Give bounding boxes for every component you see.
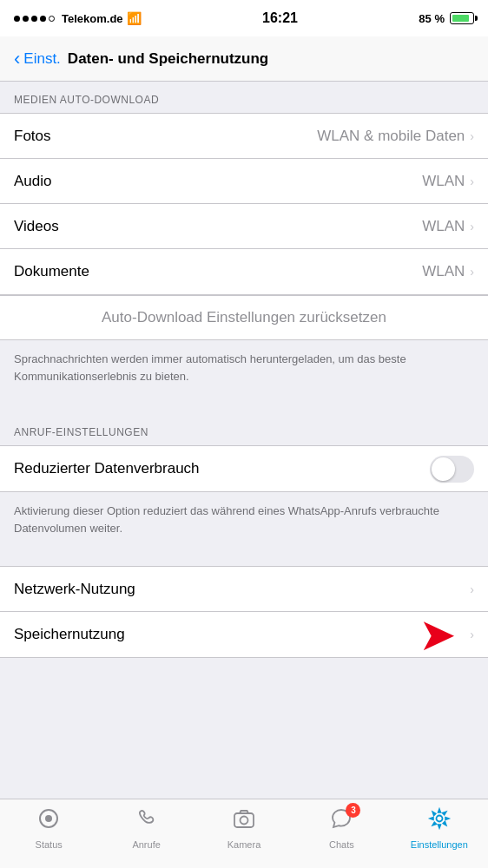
dokumente-row[interactable]: Dokumente WLAN › xyxy=(0,249,488,294)
carrier-label: Telekom.de xyxy=(62,12,123,25)
audio-row[interactable]: Audio WLAN › xyxy=(0,159,488,204)
toggle-knob xyxy=(432,457,455,481)
tab-status-label: Status xyxy=(36,839,63,850)
call-settings-group: Reduzierter Datenverbrauch xyxy=(0,445,488,492)
media-download-group: Fotos WLAN & mobile Daten › Audio WLAN ›… xyxy=(0,113,488,295)
tab-status[interactable]: Status xyxy=(0,806,97,850)
speicher-chevron-icon: › xyxy=(470,628,474,641)
tab-anrufe-label: Anrufe xyxy=(132,839,160,850)
status-icon xyxy=(36,806,61,837)
videos-value: WLAN xyxy=(422,218,465,235)
speicher-row[interactable]: Speichernutzung › ➤ xyxy=(0,612,488,657)
back-label: Einst. xyxy=(23,50,61,68)
nav-bar: ‹ Einst. Daten- und Speichernutzung xyxy=(0,36,488,82)
tab-einstellungen-label: Einstellungen xyxy=(411,839,468,850)
videos-right: WLAN › xyxy=(422,218,474,235)
tab-anrufe[interactable]: Anrufe xyxy=(97,806,195,850)
svg-point-3 xyxy=(241,817,248,825)
status-bar: Telekom.de 📶 16:21 85 % xyxy=(0,0,488,36)
spacer-2 xyxy=(0,549,488,566)
speicher-label: Speichernutzung xyxy=(14,626,125,643)
netzwerk-chevron-icon: › xyxy=(470,582,474,596)
videos-chevron-icon: › xyxy=(470,220,474,233)
fotos-right: WLAN & mobile Daten › xyxy=(317,128,474,145)
battery-icon xyxy=(450,12,474,24)
netzwerk-row[interactable]: Netzwerk-Nutzung › xyxy=(0,567,488,612)
media-section-header: MEDIEN AUTO-DOWNLOAD xyxy=(0,82,488,113)
back-chevron-icon: ‹ xyxy=(14,49,20,69)
fotos-value: WLAN & mobile Daten xyxy=(317,128,465,145)
time-label: 16:21 xyxy=(262,10,298,26)
tab-kamera-label: Kamera xyxy=(228,839,261,850)
speicher-right: › xyxy=(470,628,474,641)
videos-row[interactable]: Videos WLAN › xyxy=(0,204,488,249)
storage-group: Netzwerk-Nutzung › Speichernutzung › ➤ xyxy=(0,566,488,658)
audio-label: Audio xyxy=(14,173,51,190)
audio-value: WLAN xyxy=(422,173,465,190)
dokumente-chevron-icon: › xyxy=(470,265,474,279)
chat-icon: 3 xyxy=(329,806,353,837)
audio-chevron-icon: › xyxy=(470,174,474,188)
main-content: MEDIEN AUTO-DOWNLOAD Fotos WLAN & mobile… xyxy=(0,82,488,745)
call-section-header: ANRUF-EINSTELLUNGEN xyxy=(0,414,488,445)
battery-percent: 85 % xyxy=(419,12,445,25)
camera-icon xyxy=(232,806,256,837)
spacer-3 xyxy=(0,658,488,675)
wifi-icon: 📶 xyxy=(127,11,142,25)
reset-row[interactable]: Auto-Download Einstellungen zurücksetzen xyxy=(0,295,488,340)
dokumente-right: WLAN › xyxy=(422,263,474,280)
spacer-1 xyxy=(0,397,488,414)
media-info-text: Sprachnachrichten werden immer automatis… xyxy=(0,340,488,397)
tab-chats[interactable]: 3 Chats xyxy=(293,806,390,850)
red-arrow-icon: ➤ xyxy=(419,608,457,661)
netzwerk-label: Netzwerk-Nutzung xyxy=(14,581,135,598)
back-button[interactable]: ‹ Einst. xyxy=(14,49,61,69)
videos-label: Videos xyxy=(14,218,59,235)
tab-chats-label: Chats xyxy=(329,839,354,850)
reduced-data-toggle[interactable] xyxy=(430,456,474,483)
fotos-chevron-icon: › xyxy=(470,129,474,143)
tab-bar: Status Anrufe Kamera 3 Chats xyxy=(0,799,488,868)
tab-einstellungen[interactable]: Einstellungen xyxy=(391,806,488,850)
audio-right: WLAN › xyxy=(422,173,474,190)
phone-icon xyxy=(135,806,159,837)
netzwerk-right: › xyxy=(470,582,474,596)
settings-icon xyxy=(427,806,452,837)
svg-rect-2 xyxy=(234,813,254,827)
svg-point-1 xyxy=(45,815,52,822)
fotos-row[interactable]: Fotos WLAN & mobile Daten › xyxy=(0,114,488,159)
dokumente-label: Dokumente xyxy=(14,263,89,280)
tab-kamera[interactable]: Kamera xyxy=(195,806,293,850)
svg-point-4 xyxy=(436,816,442,822)
reduced-data-label: Reduzierter Datenverbrauch xyxy=(14,460,200,477)
call-info-text: Aktivierung dieser Option reduziert das … xyxy=(0,492,488,549)
reset-label: Auto-Download Einstellungen zurücksetzen xyxy=(102,309,386,326)
fotos-label: Fotos xyxy=(14,128,51,145)
chats-badge: 3 xyxy=(346,803,360,818)
dokumente-value: WLAN xyxy=(422,263,465,280)
reduced-data-row[interactable]: Reduzierter Datenverbrauch xyxy=(0,446,488,491)
page-title: Daten- und Speichernutzung xyxy=(68,50,268,68)
